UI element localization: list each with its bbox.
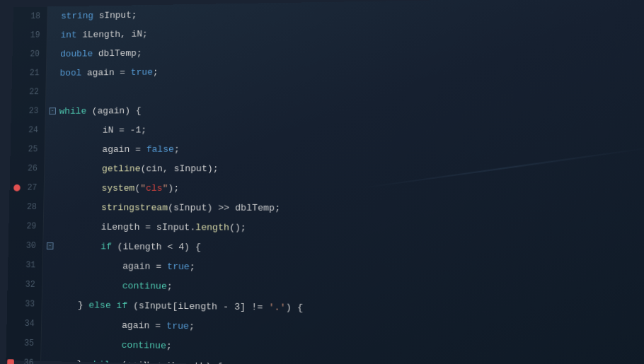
code-editor: 1819202122232425262728293031323334353637…	[6, 0, 644, 364]
token-fn: length	[195, 222, 229, 233]
token-bool: true	[167, 261, 190, 271]
line-number-34: 34	[6, 314, 41, 334]
token-kw: while	[59, 106, 87, 117]
token-fn: stringstream	[57, 202, 168, 213]
token-plain: ;	[189, 321, 195, 331]
token-plain: (	[134, 182, 140, 193]
code-line-27: system("cls");	[57, 178, 638, 199]
line-number-32: 32	[7, 275, 42, 295]
token-kw2: int	[61, 30, 77, 40]
line-number-35: 35	[6, 334, 41, 354]
line-number-26: 26	[10, 159, 45, 178]
token-kw: while	[88, 359, 116, 364]
token-kw2: double	[60, 48, 93, 59]
line-number-24: 24	[11, 121, 45, 140]
token-plain: ();	[229, 222, 246, 233]
token-plain: again =	[59, 144, 146, 155]
line-number-23: 23	[11, 102, 46, 121]
token-bool: false	[146, 143, 174, 154]
token-plain: }	[56, 299, 89, 310]
line-number-18: 18	[13, 6, 47, 25]
line-number-31: 31	[8, 255, 42, 275]
line-number-19: 19	[13, 25, 47, 45]
token-plain: (++iN < iLength) {	[115, 359, 222, 364]
token-kw: if	[57, 241, 112, 252]
token-plain: again =	[81, 67, 131, 78]
line-number-33: 33	[7, 294, 42, 314]
token-plain: );	[168, 182, 179, 193]
token-str: "	[162, 182, 168, 193]
line-number-25: 25	[10, 140, 45, 159]
token-kw2: bool	[60, 67, 82, 78]
token-plain: dblTemp;	[93, 47, 142, 58]
line-number-22: 22	[11, 83, 45, 102]
code-line-25: again = false;	[58, 137, 638, 158]
token-plain: ) {	[286, 302, 303, 312]
token-plain: iLength, iN;	[76, 28, 147, 40]
line-number-28: 28	[9, 197, 44, 216]
code-content: string sInput;int iLength, iN;double dbl…	[41, 0, 644, 364]
token-bool: true	[166, 320, 189, 331]
token-plain: (again) {	[86, 105, 142, 116]
fold-icon[interactable]: -	[47, 242, 54, 249]
token-plain: ;	[190, 262, 195, 272]
token-kw: continue	[56, 280, 167, 291]
code-line-29: iLength = sInput.length();	[57, 217, 639, 240]
line-number-30: 30	[8, 236, 43, 256]
token-str: "	[140, 182, 146, 193]
line-number-27: 27	[9, 178, 44, 197]
token-plain: (cin, sInput);	[140, 163, 218, 174]
line-number-20: 20	[12, 45, 46, 64]
token-bool: true	[131, 66, 153, 77]
token-plain: (sInput[iLength - 3] !=	[127, 300, 268, 312]
token-kw2: string	[61, 11, 93, 21]
fold-icon[interactable]: -	[49, 107, 56, 115]
code-line-24: iN = -1;	[59, 117, 638, 140]
token-kw: else if	[88, 300, 127, 311]
token-plain: (sInput) >> dblTemp;	[168, 202, 280, 213]
token-plain: ;	[153, 66, 159, 77]
token-plain: again =	[57, 260, 168, 271]
token-plain: sInput;	[93, 10, 137, 20]
token-str: '.'	[268, 302, 285, 312]
code-line-26: getline(cin, sInput);	[58, 158, 638, 178]
token-plain: again =	[55, 319, 166, 331]
token-plain: ;	[174, 143, 180, 154]
token-fn: getline	[58, 163, 141, 174]
code-line-28: stringstream(sInput) >> dblTemp;	[57, 197, 639, 218]
token-str-inner: cls	[146, 182, 163, 193]
token-plain: ;	[167, 281, 173, 291]
line-number-36: 36	[6, 353, 40, 364]
token-plain: iN = -1;	[59, 124, 146, 135]
token-plain: ;	[166, 340, 172, 351]
token-kw: continue	[55, 339, 166, 351]
line-number-21: 21	[12, 64, 46, 83]
token-plain: iLength = sInput.	[57, 221, 196, 233]
token-plain: }	[54, 358, 88, 364]
token-fn: system	[58, 182, 135, 193]
line-number-29: 29	[8, 217, 43, 237]
token-plain: (iLength < 4) {	[112, 241, 201, 252]
